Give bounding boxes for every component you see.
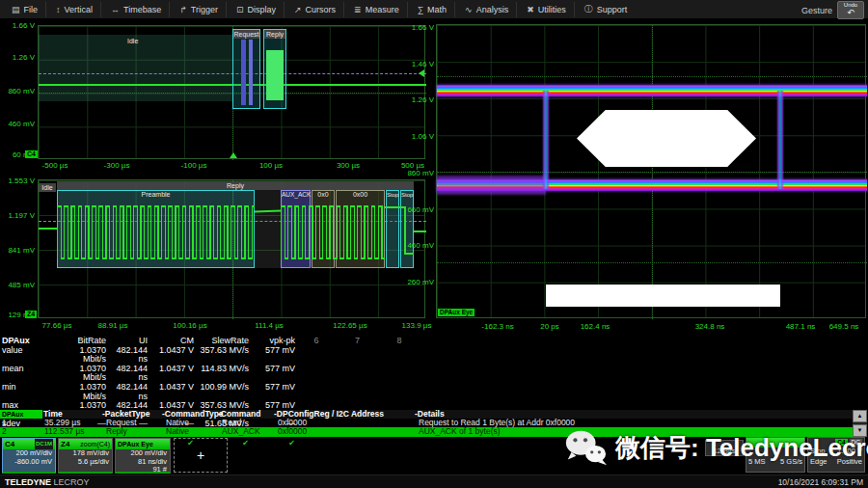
top-xlabel: 100 µs: [259, 161, 283, 170]
decode-cell: AUX_ACK: [222, 427, 260, 436]
zoom-ylabel: 1.197 V: [0, 211, 35, 220]
measure-cell: 1.0437 V: [149, 346, 196, 365]
z4-axis-badge: Z4: [25, 311, 37, 318]
cursors-icon: ↗: [294, 5, 302, 14]
z4-label: Z4: [61, 439, 69, 449]
trigger-type: Edge: [810, 457, 827, 466]
adc-bits-box[interactable]: 12 Bits: [705, 440, 744, 456]
request-burst-band2: [249, 40, 253, 105]
c4-axis-badge: C4: [25, 150, 38, 158]
measure-row-label: value: [2, 346, 55, 365]
menu-analysis[interactable]: ∿Analysis: [457, 2, 517, 17]
measure-icon: ≣: [354, 5, 362, 14]
decode-row-2-selected[interactable]: 2 112.537 µs Reply Native AUX_ACK 0xf000…: [0, 427, 853, 437]
zoom-xlabel: 122.65 µs: [333, 321, 366, 330]
trigger-level-marker[interactable]: [419, 69, 424, 77]
zoom-xlabel: 111.4 µs: [255, 321, 284, 330]
scroll-down-icon[interactable]: ▼: [853, 424, 867, 437]
decode-stop1-box: Stop: [386, 190, 399, 268]
menu-measure-label: Measure: [366, 5, 399, 14]
trigger-time-marker[interactable]: [230, 152, 237, 158]
menu-cursors-label: Cursors: [306, 5, 337, 14]
decode-cell: 2: [2, 427, 7, 436]
menu-utilities[interactable]: ✖Utilities: [519, 2, 575, 17]
brand-logo: TELEDYNE LECROY: [5, 477, 90, 487]
measure-cell: 577 mV: [251, 383, 297, 401]
eye-plot-graticule[interactable]: [436, 24, 866, 318]
timebase-box[interactable]: 5 MS 5 GS/s: [746, 437, 805, 473]
eye-upper-dotline: [437, 76, 867, 77]
menu-file-label: File: [24, 5, 39, 14]
top-ylabel: 1.66 V: [0, 21, 35, 30]
menu-support[interactable]: ⓘSupport: [577, 2, 636, 17]
decode-stop2-label: Stop: [401, 191, 413, 199]
measure-col: 6: [297, 337, 336, 346]
eye-lower-dotline: [437, 262, 867, 263]
math-icon: ∑: [418, 5, 423, 14]
menu-vertical-label: Vertical: [65, 5, 94, 14]
zoom-plot-graticule[interactable]: Reply Idle Preamble AUX_ACK 0x0 0x00 Sto…: [38, 179, 425, 318]
zoom-xlabel: 133.9 µs: [402, 321, 432, 330]
timebase-icon: ↔: [111, 5, 120, 14]
z4-idle-left: [39, 228, 57, 230]
descriptor-dpaux-eye[interactable]: DPAux Eye 200 mV/div 81 ns/div 91 #: [115, 438, 171, 474]
oscilloscope-screen: ▤File ↕Vertical ↔Timebase ↱Trigger ⊡Disp…: [0, 0, 868, 488]
menu-display-label: Display: [248, 5, 277, 14]
undo-button[interactable]: Undo↶: [837, 1, 864, 19]
measure-cell: 1.0370 Mbit/s: [55, 346, 108, 365]
trigger-box[interactable]: C4 DC Stop 1.100 V Edge Positive: [807, 437, 865, 473]
measure-cell: 1.0370 Mbit/s: [55, 365, 108, 383]
menu-bar: ▤File ↕Vertical ↔Timebase ↱Trigger ⊡Disp…: [0, 0, 868, 19]
menu-vertical[interactable]: ↕Vertical: [48, 2, 101, 17]
display-icon: ⊡: [236, 5, 244, 14]
add-trace-button[interactable]: +: [174, 438, 228, 473]
eye-ylabel: 660 mV: [399, 205, 434, 214]
decode-scrollbar[interactable]: ▲ ▼: [853, 410, 867, 437]
descriptor-z4[interactable]: Z4zoom(C4) 178 mV/div 5.6 µs/div: [58, 438, 113, 474]
eye-xlabel: 487.1 ns: [786, 322, 816, 331]
zoom-xlabel: 77.66 µs: [42, 321, 72, 330]
adc-bits-value: 12 Bits: [714, 447, 736, 455]
decode-byte1-label: 0x0: [312, 191, 334, 199]
scroll-up-icon[interactable]: ▲: [853, 410, 867, 422]
decode-cell: 112.537 µs: [44, 427, 85, 436]
measure-cell: 482.144 ns: [108, 383, 149, 401]
menu-math-label: Math: [427, 5, 447, 14]
trigger-icon: ↱: [179, 5, 187, 14]
top-xlabel: -500 µs: [42, 161, 68, 170]
trigger-source-badge: C4: [835, 439, 847, 446]
plus-icon: +: [197, 447, 204, 463]
eye-xlabel: -162.3 ns: [481, 322, 513, 331]
decode-cell: Native: [166, 427, 189, 436]
analysis-icon: ∿: [465, 5, 473, 14]
menu-math[interactable]: ∑Math: [410, 2, 455, 17]
eye-count: 91 #: [116, 466, 170, 474]
file-icon: ▤: [12, 5, 20, 14]
menu-file[interactable]: ▤File: [4, 2, 46, 17]
zoom-ylabel: 485 mV: [0, 281, 35, 289]
measure-cell: 482.144 ns: [108, 365, 149, 383]
menu-measure[interactable]: ≣Measure: [346, 2, 408, 17]
decode-stop2-box: Stop: [400, 190, 414, 268]
eye-center-hline: [437, 172, 867, 173]
menu-timebase[interactable]: ↔Timebase: [103, 2, 170, 17]
menu-display[interactable]: ⊡Display: [229, 2, 285, 17]
trigger-coupling-badge: DC: [850, 439, 862, 446]
zoom-xlabel: 100.16 µs: [173, 321, 206, 330]
eye-ylabel: 1.66 V: [399, 23, 434, 32]
sample-rate: 5 GS/s: [780, 457, 802, 466]
decode-reply-label: Reply: [264, 30, 285, 39]
decode-auxack-label: AUX_ACK: [282, 191, 310, 199]
eye-ylabel: 1.06 V: [399, 132, 434, 141]
eye-low-rail-noise: [437, 176, 546, 195]
decode-stop1-label: Stop: [387, 191, 398, 199]
brand-lecroy: LECROY: [54, 477, 90, 487]
menu-trigger[interactable]: ↱Trigger: [172, 2, 227, 17]
descriptor-c4[interactable]: C4DC1M 200 mV/div -860.00 mV: [2, 438, 56, 474]
eye-ylabel: 1.46 V: [399, 60, 434, 68]
request-burst-band: [241, 40, 246, 105]
top-plot-graticule[interactable]: Idle Request Reply: [38, 25, 425, 159]
menu-cursors[interactable]: ↗Cursors: [286, 2, 344, 17]
measure-cell: 357.63 MV/s: [196, 346, 251, 365]
eye-right-transition: [776, 91, 784, 189]
